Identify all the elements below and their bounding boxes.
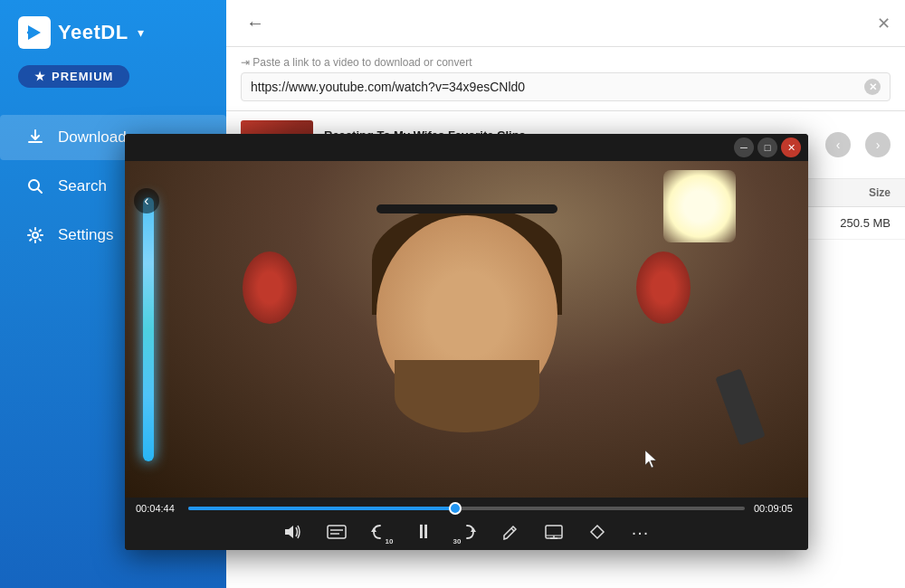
url-bar-container: ⇥ Paste a link to a video to download or… bbox=[226, 47, 905, 111]
more-button[interactable]: ··· bbox=[628, 519, 653, 545]
premium-badge[interactable]: ★ PREMIUM bbox=[18, 65, 129, 88]
headphone-right bbox=[636, 251, 691, 324]
download-icon bbox=[25, 128, 45, 147]
logo-text: YeetDL bbox=[58, 21, 129, 44]
screen-button[interactable] bbox=[541, 519, 567, 545]
rewind-label: 10 bbox=[386, 537, 394, 545]
premium-star-icon: ★ bbox=[34, 70, 46, 83]
headphone-left bbox=[243, 251, 297, 324]
time-total: 00:09:05 bbox=[754, 503, 797, 514]
close-button[interactable]: ✕ bbox=[877, 14, 891, 33]
svg-line-9 bbox=[511, 528, 514, 531]
url-input[interactable] bbox=[251, 80, 864, 94]
top-bar: ← ✕ bbox=[226, 0, 905, 47]
edit-button[interactable] bbox=[498, 519, 523, 545]
headphone-band bbox=[376, 204, 557, 213]
player-title-bar: ─ □ ✕ bbox=[125, 134, 808, 161]
progress-container: 00:04:44 00:09:05 bbox=[136, 503, 797, 514]
player-controls: 00:04:44 00:09:05 bbox=[125, 498, 808, 550]
progress-bar[interactable] bbox=[188, 507, 745, 510]
search-label: Search bbox=[58, 177, 107, 195]
forward-label: 30 bbox=[453, 537, 462, 545]
progress-thumb[interactable] bbox=[449, 502, 462, 515]
back-button[interactable]: ← bbox=[241, 11, 270, 35]
video-player-overlay: ─ □ ✕ ‹ bbox=[125, 134, 808, 550]
video-frame: ‹ bbox=[125, 161, 808, 498]
led-strip bbox=[143, 197, 154, 461]
player-back-button[interactable]: ‹ bbox=[134, 188, 159, 213]
url-input-wrapper: ✕ bbox=[241, 72, 891, 101]
url-clear-button[interactable]: ✕ bbox=[864, 79, 881, 95]
search-icon bbox=[25, 176, 45, 196]
svg-rect-4 bbox=[328, 526, 346, 538]
forward-30-button[interactable]: 30 bbox=[454, 519, 480, 545]
svg-point-3 bbox=[33, 232, 38, 238]
logo-dropdown-arrow[interactable]: ▾ bbox=[138, 25, 144, 40]
carousel-right-arrow[interactable]: › bbox=[865, 132, 891, 157]
logo-area: YeetDL ▾ bbox=[0, 0, 162, 65]
subtitles-button[interactable] bbox=[324, 519, 349, 545]
carousel-left-arrow[interactable]: ‹ bbox=[825, 132, 851, 157]
progress-fill bbox=[188, 507, 455, 510]
settings-icon bbox=[25, 225, 45, 245]
volume-button[interactable] bbox=[281, 519, 306, 545]
premium-label: PREMIUM bbox=[52, 70, 113, 83]
rewind-10-button[interactable]: 10 bbox=[367, 519, 393, 545]
url-hint-text: ⇥ Paste a link to a video to download or… bbox=[241, 56, 472, 69]
player-close-button[interactable]: ✕ bbox=[781, 138, 801, 157]
cell-size: 250.5 MB bbox=[800, 216, 891, 230]
control-buttons-row: 10 ⏸ 30 bbox=[136, 519, 797, 545]
app-window: YeetDL ▾ ★ PREMIUM Download bbox=[0, 0, 905, 588]
url-hint: ⇥ Paste a link to a video to download or… bbox=[241, 56, 891, 69]
resize-button[interactable] bbox=[585, 519, 610, 545]
col-header-size: Size bbox=[800, 186, 891, 199]
pause-button[interactable]: ⏸ bbox=[411, 519, 436, 545]
settings-label: Settings bbox=[58, 226, 113, 244]
person-beard bbox=[395, 360, 539, 432]
player-minimize-button[interactable]: ─ bbox=[734, 138, 754, 157]
background-light bbox=[663, 170, 736, 242]
download-label: Download bbox=[58, 128, 127, 147]
logo-icon bbox=[18, 16, 51, 49]
time-current: 00:04:44 bbox=[136, 503, 179, 514]
svg-marker-8 bbox=[471, 527, 476, 532]
player-maximize-button[interactable]: □ bbox=[757, 138, 777, 157]
